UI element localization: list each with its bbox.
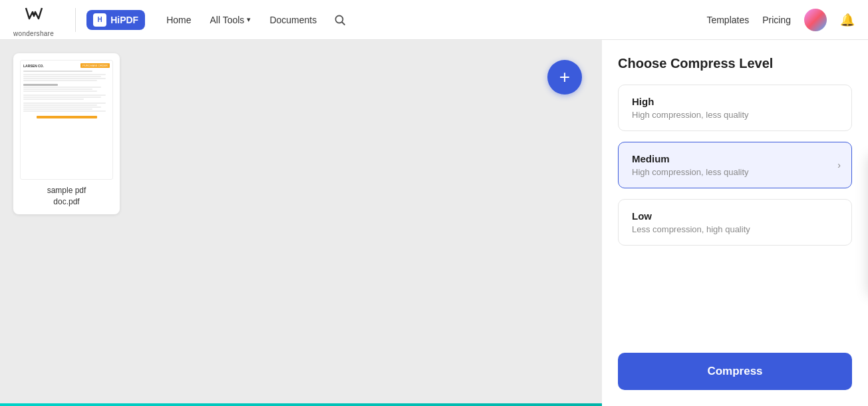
hipdf-label: HiPDF (110, 15, 138, 25)
pdf-file-card[interactable]: LARSEN CO. PURCHASE ORDER (13, 53, 120, 214)
svg-line-1 (343, 22, 345, 25)
pdf-filename: sample pdf doc.pdf (47, 185, 86, 208)
thumb-company-text: LARSEN CO. (23, 64, 44, 68)
nav-pricing[interactable]: Pricing (762, 15, 791, 25)
header: wondershare H HiPDF Home All Tools ▾ Doc… (0, 0, 868, 40)
compress-level-low[interactable]: Low Less compression, high quality (618, 199, 852, 246)
compress-high-desc: High compression, less quality (632, 110, 838, 120)
nav-documents[interactable]: Documents (261, 11, 325, 29)
ws-logo-text: wondershare (13, 30, 54, 37)
panel-title: Choose Compress Level (618, 56, 852, 71)
bottom-progress-bar (0, 403, 602, 406)
chevron-down-icon: ▾ (247, 15, 251, 24)
nav-templates[interactable]: Templates (706, 15, 749, 25)
left-panel: LARSEN CO. PURCHASE ORDER (0, 40, 602, 406)
svg-point-0 (336, 15, 343, 23)
wondershare-logo: wondershare (13, 3, 54, 37)
right-panel: Choose Compress Level High High compress… (602, 40, 868, 406)
nav-home[interactable]: Home (158, 11, 199, 29)
header-divider (75, 8, 76, 32)
compress-medium-arrow: › (837, 160, 841, 170)
compress-medium-desc: High compression, less quality (632, 167, 838, 177)
notification-bell-icon[interactable]: 🔔 (840, 13, 855, 27)
hipdf-badge[interactable]: H HiPDF (86, 10, 145, 30)
pdf-thumbnail: LARSEN CO. PURCHASE ORDER (20, 60, 113, 180)
add-file-button[interactable]: + (547, 60, 582, 95)
thumb-badge: PURCHASE ORDER (80, 63, 110, 68)
compress-low-label: Low (632, 210, 838, 222)
compress-level-high[interactable]: High High compression, less quality (618, 85, 852, 131)
main-nav: Home All Tools ▾ Documents (158, 10, 353, 30)
search-icon (334, 14, 346, 26)
ws-icon-svg (22, 3, 46, 27)
header-right: Templates Pricing 🔔 (706, 9, 855, 31)
logo-area: wondershare (13, 3, 54, 37)
compress-high-label: High (632, 96, 838, 107)
user-avatar[interactable] (804, 9, 827, 31)
main-layout: LARSEN CO. PURCHASE ORDER (0, 40, 868, 406)
compress-button[interactable]: Compress (618, 353, 852, 390)
compress-medium-label: Medium (632, 153, 838, 164)
compress-level-medium[interactable]: Medium High compression, less quality › (618, 142, 852, 188)
search-button[interactable] (327, 10, 353, 30)
ws-logo-icon (22, 3, 46, 30)
pdf-thumb-inner: LARSEN CO. PURCHASE ORDER (21, 61, 112, 179)
plus-icon: + (559, 67, 570, 88)
hipdf-badge-icon: H (93, 13, 106, 27)
compress-low-desc: Less compression, high quality (632, 224, 838, 234)
nav-all-tools[interactable]: All Tools ▾ (202, 11, 259, 29)
